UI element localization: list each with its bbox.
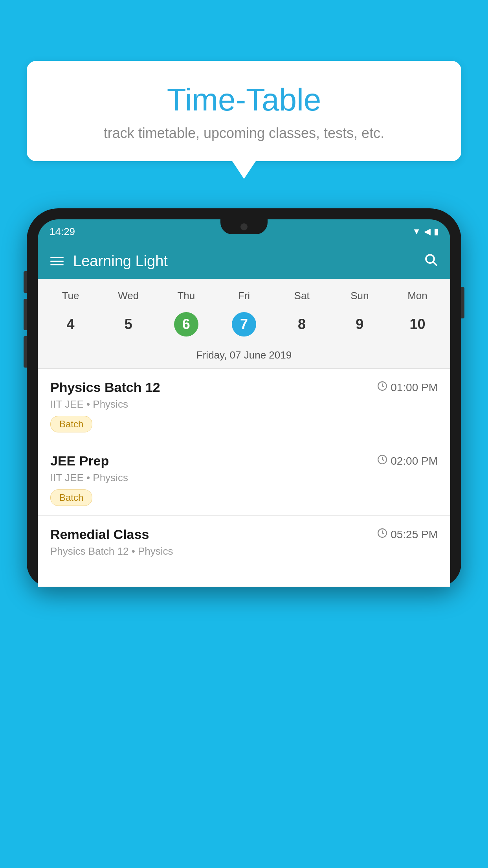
day-8[interactable]: 8 (273, 308, 331, 340)
day-numbers: 4 5 6 7 8 9 (38, 308, 450, 340)
schedule-item-1[interactable]: Physics Batch 12 01:00 PM IIT JEE • P (38, 369, 450, 442)
day-header-thu: Thu (157, 287, 215, 305)
bubble-title: Time-Table (42, 83, 446, 117)
clock-icon-2 (377, 454, 387, 467)
schedule-tags-3: Physics Batch 12 • Physics (50, 545, 438, 557)
header-left: Learning Light (50, 253, 168, 270)
selected-date-label: Friday, 07 June 2019 (38, 345, 450, 369)
schedule-list: Physics Batch 12 01:00 PM IIT JEE • P (38, 369, 450, 587)
menu-button[interactable] (50, 257, 64, 265)
clock-icon-1 (377, 381, 387, 394)
power-button (461, 287, 464, 318)
speech-bubble-container: Time-Table track timetable, upcoming cla… (27, 61, 461, 161)
day-7-selected[interactable]: 7 (215, 308, 273, 340)
volume-down-button (24, 336, 27, 368)
volume-up-button (24, 299, 27, 330)
day-header-tue: Tue (42, 287, 99, 305)
schedule-name-1: Physics Batch 12 (50, 380, 160, 395)
day-header-mon: Mon (389, 287, 446, 305)
wifi-icon: ▼ (412, 226, 421, 237)
schedule-tags-1: IIT JEE • Physics (50, 398, 438, 410)
day-5[interactable]: 5 (99, 308, 157, 340)
battery-icon: ▮ (434, 226, 438, 237)
phone-container: 14:29 ▼ ◀ ▮ Learning Light (27, 208, 461, 868)
app-title: Learning Light (73, 253, 168, 270)
speech-bubble: Time-Table track timetable, upcoming cla… (27, 61, 461, 161)
batch-badge-2: Batch (50, 489, 92, 506)
time-text-3: 05:25 PM (391, 528, 438, 541)
phone-screen: Learning Light Tue Wed Thu Fri Sat (38, 244, 450, 587)
status-bar: 14:29 ▼ ◀ ▮ (38, 219, 450, 244)
schedule-item-3-top: Remedial Class 05:25 PM (50, 527, 438, 542)
hamburger-line-2 (50, 261, 64, 262)
schedule-name-3: Remedial Class (50, 527, 149, 542)
day-headers: Tue Wed Thu Fri Sat Sun Mon (38, 287, 450, 305)
batch-badge-1: Batch (50, 416, 92, 432)
hamburger-line-3 (50, 264, 64, 265)
bubble-subtitle: track timetable, upcoming classes, tests… (42, 125, 446, 142)
schedule-item-2-top: JEE Prep 02:00 PM (50, 453, 438, 469)
schedule-tags-2: IIT JEE • Physics (50, 472, 438, 484)
clock-icon-3 (377, 528, 387, 541)
silent-button (24, 271, 27, 293)
schedule-time-1: 01:00 PM (377, 381, 438, 394)
hamburger-line-1 (50, 257, 64, 258)
day-header-wed: Wed (99, 287, 157, 305)
svg-line-1 (433, 262, 437, 265)
calendar-section: Tue Wed Thu Fri Sat Sun Mon 4 5 (38, 279, 450, 369)
day-6-today[interactable]: 6 (157, 308, 215, 340)
day-header-fri: Fri (215, 287, 273, 305)
status-icons: ▼ ◀ ▮ (412, 226, 438, 237)
day-header-sun: Sun (331, 287, 389, 305)
signal-icon: ◀ (424, 226, 431, 237)
schedule-time-3: 05:25 PM (377, 528, 438, 541)
status-time: 14:29 (50, 226, 75, 238)
phone-frame: 14:29 ▼ ◀ ▮ Learning Light (27, 208, 461, 587)
time-text-2: 02:00 PM (391, 455, 438, 467)
schedule-item-1-top: Physics Batch 12 01:00 PM (50, 380, 438, 395)
notch (220, 219, 268, 234)
app-header: Learning Light (38, 244, 450, 279)
day-header-sat: Sat (273, 287, 331, 305)
schedule-name-2: JEE Prep (50, 453, 109, 469)
schedule-item-3[interactable]: Remedial Class 05:25 PM Physics Batch (38, 516, 450, 587)
day-10[interactable]: 10 (389, 308, 446, 340)
camera-dot (240, 223, 248, 230)
schedule-time-2: 02:00 PM (377, 454, 438, 467)
schedule-item-2[interactable]: JEE Prep 02:00 PM IIT JEE • Physics (38, 442, 450, 516)
search-button[interactable] (424, 252, 438, 270)
time-text-1: 01:00 PM (391, 381, 438, 394)
day-9[interactable]: 9 (331, 308, 389, 340)
day-4[interactable]: 4 (42, 308, 99, 340)
